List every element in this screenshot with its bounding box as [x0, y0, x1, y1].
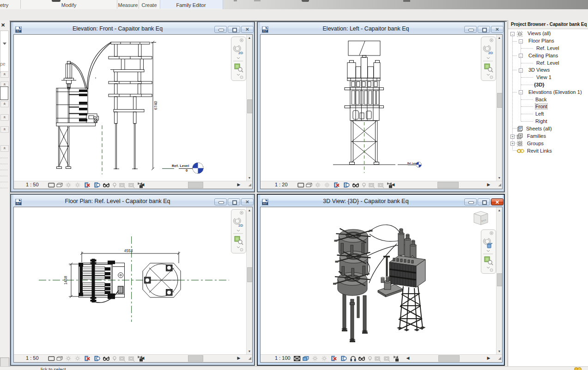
svg-text:6740: 6740 [153, 101, 158, 110]
svg-text:4553: 4553 [124, 248, 133, 253]
svg-text:RVT: RVT [263, 30, 267, 32]
svg-text:1458: 1458 [63, 276, 68, 284]
svg-text:RVT: RVT [263, 203, 267, 205]
svg-text:2D: 2D [238, 51, 243, 55]
svg-text:0: 0 [186, 168, 188, 173]
svg-text:2D: 2D [488, 51, 493, 55]
svg-text:2D: 2D [238, 223, 243, 228]
svg-text:RVT: RVT [17, 203, 21, 205]
svg-text:Ref. Level: Ref. Level [172, 164, 189, 168]
svg-text:RVT: RVT [17, 30, 21, 32]
